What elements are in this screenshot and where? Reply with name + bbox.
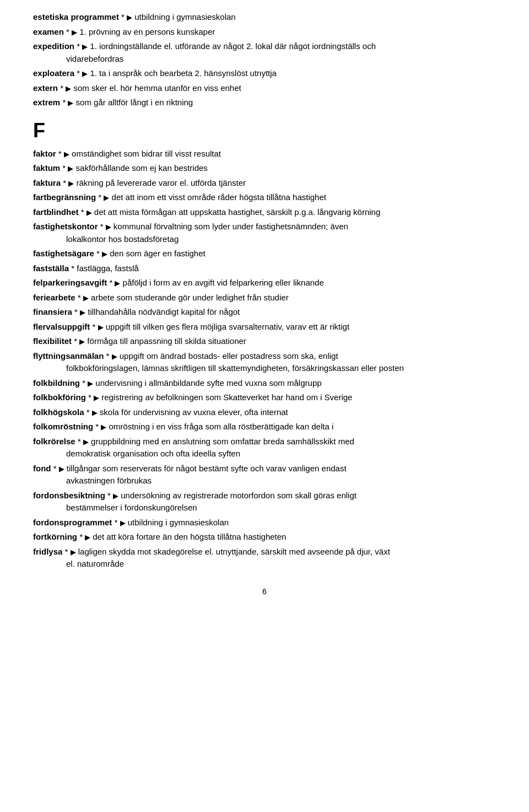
entry-examen: examen * ▶ 1. prövning av en persons kun…: [33, 26, 496, 39]
star-extrem: *: [62, 98, 68, 107]
star-feriearbete: *: [78, 293, 83, 302]
arrow-folkhogskola: ▶: [92, 408, 98, 417]
def-faststalla: fastlägga, fastslå: [77, 264, 139, 273]
star-folkbildning: *: [82, 378, 88, 388]
term-flervalsuppgift: flervalsuppgift: [33, 322, 90, 331]
entry-estetiska: estetiska programmet * ▶ utbildning i gy…: [33, 11, 496, 24]
arrow-faktum: ▶: [68, 164, 73, 173]
def-flexibilitet: förmåga till anpassning till skilda situ…: [85, 336, 246, 346]
star-faktum: *: [62, 163, 68, 173]
arrow-extern: ▶: [66, 84, 71, 93]
star-faktor: *: [58, 149, 64, 158]
entry-extrem: extrem * ▶ som går alltför långt i en ri…: [33, 96, 496, 109]
entry-feriearbete: feriearbete * ▶ arbete som studerande gö…: [33, 292, 496, 304]
def-fordonsbesiktning-1: undersökning av registrerade motorfordon…: [118, 491, 357, 500]
entry-fartblindhet: fartblindhet * ▶ det att mista förmågan …: [33, 206, 496, 219]
arrow-finansiera: ▶: [80, 308, 85, 316]
def-folkhogskola: skola för undervisning av vuxna elever, …: [98, 407, 288, 417]
star-folkhogskola: *: [87, 407, 92, 417]
star-folkomrostning: *: [95, 422, 101, 431]
def-flyttningsanmalan-1: uppgift om ändrad bostads- eller postadr…: [117, 351, 338, 361]
term-flyttningsanmalan: flyttningsanmälan: [33, 351, 104, 361]
entry-fortkörning: fortkörning * ▶ det att köra fortare än …: [33, 531, 496, 544]
def-flervalsuppgift: uppgift till vilken ges flera möjliga sv…: [104, 322, 350, 331]
term-extrem: extrem: [33, 98, 60, 107]
arrow-folkbokforing: ▶: [94, 394, 99, 402]
arrow-fartblindhet: ▶: [87, 208, 92, 217]
star-fortkörning: *: [79, 532, 85, 541]
def-flyttningsanmalan-2: folkbokföringslagen, lämnas skriftligen …: [33, 362, 404, 375]
term-faststalla: fastställa: [33, 264, 69, 273]
def-folkbildning: undervisning i allmänbildande syfte med …: [93, 378, 321, 388]
term-feriearbete: feriearbete: [33, 293, 75, 302]
arrow-flyttningsanmalan: ▶: [112, 352, 117, 361]
star-faktura: *: [63, 178, 68, 187]
def-fordonsbesiktning-2: bestämmelser i fordonskungörelsen: [33, 502, 197, 514]
entry-folkrorelse: folkrörelse * ▶ gruppbildning med en ans…: [33, 435, 496, 460]
term-fortkörning: fortkörning: [33, 532, 77, 541]
entry-felparkeringsavgift: felparkeringsavgift * ▶ påföljd i form a…: [33, 277, 496, 289]
term-finansiera: finansiera: [33, 307, 72, 316]
entry-faktura: faktura * ▶ räkning på levererade varor …: [33, 177, 496, 190]
term-felparkeringsavgift: felparkeringsavgift: [33, 278, 107, 287]
term-folkrorelse: folkrörelse: [33, 437, 75, 446]
section-letter-f: F: [33, 119, 496, 142]
page-content: estetiska programmet * ▶ utbildning i gy…: [33, 11, 496, 596]
def-faktum: sakförhållande som ej kan bestrides: [73, 163, 207, 173]
def-feriearbete: arbete som studerande gör under ledighet…: [89, 293, 289, 302]
arrow-exploatera: ▶: [82, 69, 88, 78]
term-fordonsbesiktning: fordonsbesiktning: [33, 491, 105, 500]
term-fartblindhet: fartblindhet: [33, 207, 79, 217]
def-faktura: räkning på levererade varor el. utförda …: [74, 178, 246, 187]
def-finansiera: tillhandahålla nödvändigt kapital för nå…: [85, 307, 240, 316]
star-fridlysa: *: [65, 547, 71, 556]
def-expedition-2: vidarebefordras: [33, 53, 123, 66]
def-estetiska: utbildning i gymnasieskolan: [132, 12, 236, 21]
entry-fond: fond * ▶ tillgångar som reserverats för …: [33, 463, 496, 487]
def-fastighetskontor-2: lokalkontor hos bostadsföretag: [33, 233, 179, 246]
term-folkhogskola: folkhögskola: [33, 407, 84, 417]
arrow-folkrorelse: ▶: [83, 438, 89, 446]
entry-expedition: expedition * ▶ 1. iordningställande el. …: [33, 40, 496, 65]
star-fartblindhet: *: [81, 207, 87, 217]
entry-folkhogskola: folkhögskola * ▶ skola för undervisning …: [33, 406, 496, 419]
entry-fordonsbesiktning: fordonsbesiktning * ▶ undersökning av re…: [33, 490, 496, 514]
arrow-fastighetskontor: ▶: [106, 223, 111, 231]
arrow-fordonsbesiktning: ▶: [113, 492, 118, 500]
term-extern: extern: [33, 83, 58, 93]
def-examen: 1. prövning av en persons kunskaper: [77, 27, 215, 36]
def-fartblindhet: det att mista förmågan att uppskatta has…: [92, 207, 381, 217]
def-felparkeringsavgift: påföljd i form av en avgift vid felparke…: [120, 278, 323, 287]
star-fordonsprogrammet: *: [115, 518, 120, 527]
term-fastighetsagare: fastighetsägare: [33, 249, 94, 258]
def-fond-1: tillgångar som reserverats för något bes…: [64, 464, 347, 473]
star-examen: *: [66, 27, 72, 36]
entry-flervalsuppgift: flervalsuppgift * ▶ uppgift till vilken …: [33, 321, 496, 334]
entry-folkomrostning: folkomröstning * ▶ omröstning i en viss …: [33, 421, 496, 433]
star-expedition: *: [77, 41, 82, 51]
def-folkrorelse-1: gruppbildning med en anslutning som omfa…: [89, 437, 354, 446]
star-faststalla: *: [71, 264, 77, 273]
star-exploatera: *: [77, 68, 82, 78]
arrow-fastighetsagare: ▶: [102, 250, 107, 258]
star-felparkeringsavgift: *: [109, 278, 115, 287]
arrow-fartbegransning: ▶: [104, 193, 109, 202]
entry-faktor: faktor * ▶ omständighet som bidrar till …: [33, 148, 496, 160]
entry-flyttningsanmalan: flyttningsanmälan * ▶ uppgift om ändrad …: [33, 350, 496, 375]
def-fastighetsagare: den som äger en fastighet: [107, 249, 206, 258]
def-fridlysa-2: el. naturområde: [33, 558, 124, 571]
star-flexibilitet: *: [74, 336, 79, 346]
term-folkomrostning: folkomröstning: [33, 422, 93, 431]
arrow-fridlysa: ▶: [71, 548, 76, 556]
entry-extern: extern * ▶ som sker el. hör hemma utanfö…: [33, 82, 496, 95]
star-fond: *: [53, 464, 59, 473]
entry-faststalla: fastställa * fastlägga, fastslå: [33, 262, 496, 275]
def-folkbokforing: registrering av befolkningen som Skattev…: [99, 392, 352, 402]
star-fordonsbesiktning: *: [107, 491, 113, 500]
def-folkomrostning: omröstning i en viss fråga som alla röst…: [106, 422, 333, 431]
arrow-faktura: ▶: [68, 179, 74, 187]
star-estetiska: *: [121, 12, 127, 21]
def-fastighetskontor-1: kommunal förvaltning som lyder under fas…: [111, 222, 348, 231]
star-fastighetskontor: *: [100, 222, 106, 231]
term-fastighetskontor: fastighetskontor: [33, 222, 98, 231]
